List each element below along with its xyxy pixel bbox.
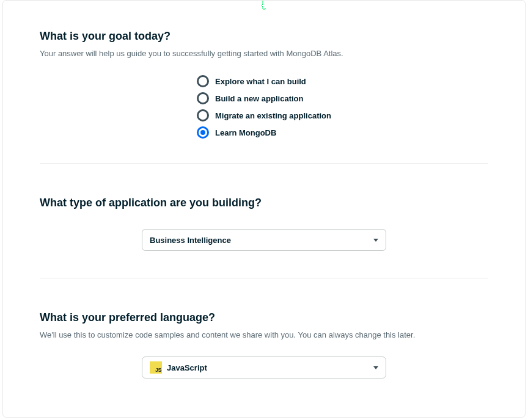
radio-label: Explore what I can build <box>215 77 306 86</box>
app-type-select-wrap: Business Intelligence <box>40 229 488 251</box>
language-subtitle: We'll use this to customize code samples… <box>40 330 488 339</box>
chevron-down-icon <box>373 366 378 369</box>
app-type-select[interactable]: Business Intelligence <box>142 229 386 251</box>
radio-label: Learn MongoDB <box>215 128 276 137</box>
radio-option-migrate[interactable]: Migrate an existing application <box>197 109 331 121</box>
decorative-squiggle <box>258 1 270 10</box>
language-value: JS JavaScript <box>150 361 207 374</box>
language-section: What is your preferred language? We'll u… <box>40 311 488 378</box>
language-selected-text: JavaScript <box>167 363 207 372</box>
app-type-title: What type of application are you buildin… <box>40 197 488 209</box>
radio-icon <box>197 109 209 121</box>
radio-label: Migrate an existing application <box>215 111 331 120</box>
divider <box>40 163 488 164</box>
language-select-wrap: JS JavaScript <box>40 357 488 378</box>
radio-icon <box>197 92 209 104</box>
language-title: What is your preferred language? <box>40 311 488 324</box>
radio-option-explore[interactable]: Explore what I can build <box>197 75 306 87</box>
app-type-section: What type of application are you buildin… <box>40 197 488 251</box>
goal-radio-group: Explore what I can build Build a new app… <box>40 75 488 139</box>
radio-option-build[interactable]: Build a new application <box>197 92 303 104</box>
goal-subtitle: Your answer will help us guide you to su… <box>40 49 488 58</box>
goal-title: What is your goal today? <box>40 30 488 43</box>
divider <box>40 278 488 278</box>
javascript-icon: JS <box>150 361 162 374</box>
onboarding-card: What is your goal today? Your answer wil… <box>2 0 526 418</box>
radio-icon-selected <box>197 126 209 139</box>
language-select[interactable]: JS JavaScript <box>142 357 386 378</box>
goal-radio-inner: Explore what I can build Build a new app… <box>197 75 331 139</box>
goal-section: What is your goal today? Your answer wil… <box>40 30 488 139</box>
radio-icon <box>197 75 209 87</box>
radio-option-learn[interactable]: Learn MongoDB <box>197 126 276 139</box>
app-type-value: Business Intelligence <box>150 236 231 245</box>
chevron-down-icon <box>373 239 378 242</box>
radio-label: Build a new application <box>215 94 303 103</box>
